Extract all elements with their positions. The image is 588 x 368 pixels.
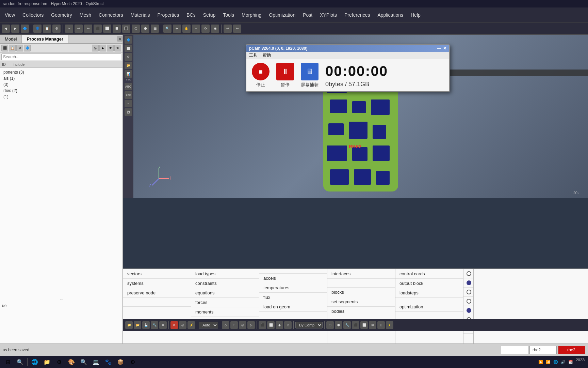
toolbar-icon-12[interactable]: 🔲 <box>113 25 121 33</box>
taskbar-paw-icon[interactable]: 🐾 <box>103 357 113 367</box>
panel-entry-5[interactable]: (1) <box>2 94 120 100</box>
bt-icon-18[interactable]: ⬢ <box>335 321 342 329</box>
panel-entry-1[interactable]: ponents (3) <box>2 69 120 75</box>
bt-icon-5[interactable]: ⚙ <box>159 321 167 329</box>
radio-1[interactable] <box>463 269 473 278</box>
strip-icon-6[interactable]: ABC <box>125 83 132 90</box>
opticam-menu-help[interactable]: 帮助 <box>263 52 271 58</box>
grid-cell-temperatures[interactable]: temperatures <box>259 283 327 293</box>
radio-dot-5[interactable] <box>467 308 471 313</box>
menu-tools[interactable]: Tools <box>219 11 238 19</box>
grid-cell-interfaces[interactable]: interfaces <box>327 269 395 279</box>
bt-icon-15[interactable]: ◆ <box>276 321 283 329</box>
taskbar-battery-icon[interactable]: 📅 <box>568 360 573 364</box>
radio-dot-3[interactable] <box>467 290 471 294</box>
bt-icon-22[interactable]: ⊞ <box>369 321 376 329</box>
menu-materials[interactable]: Materials <box>127 11 153 19</box>
toolbar-icon-11[interactable]: ⬜ <box>103 25 111 33</box>
opticam-minimize-btn[interactable]: — <box>437 46 441 51</box>
toolbar-icon-14[interactable]: ⬡ <box>132 25 140 33</box>
grid-cell-equations[interactable]: equations <box>191 288 259 298</box>
grid-cell-moments[interactable]: moments <box>191 307 259 317</box>
grid-cell-optimization[interactable]: optimization <box>395 302 463 312</box>
menu-optimization[interactable]: Optimization <box>265 11 299 19</box>
bt-icon-16[interactable]: ◇ <box>284 321 292 329</box>
radio-4[interactable] <box>463 297 473 306</box>
bt-icon-23[interactable]: ⊟ <box>377 321 385 329</box>
toolbar-icon-24[interactable]: ↪ <box>233 25 241 33</box>
taskbar-box-icon[interactable]: 📦 <box>115 357 126 367</box>
menu-help[interactable]: Help <box>407 11 424 19</box>
opticam-close-btn[interactable]: ✕ <box>443 46 446 51</box>
grid-cell-load-types[interactable]: load types <box>191 269 259 279</box>
toolbar-icon-15[interactable]: ⬢ <box>141 25 149 33</box>
search-input[interactable] <box>1 53 121 60</box>
bt-icon-17[interactable]: ⬡ <box>326 321 334 329</box>
tab-process-manager[interactable]: Process Manager <box>22 35 68 43</box>
strip-icon-9[interactable]: 🖼 <box>125 108 132 116</box>
taskbar-browser-icon[interactable]: 🌐 <box>30 357 40 367</box>
toolbar-icon-4[interactable]: 👤 <box>33 25 42 33</box>
menu-connectors[interactable]: Connectors <box>95 11 127 19</box>
drag-handle[interactable]: ··· <box>60 297 63 301</box>
panel-btn-1[interactable]: ⬛ <box>1 45 8 51</box>
toolbar-icon-21[interactable]: ⟳ <box>201 25 210 33</box>
taskbar-arrow-icon[interactable]: 🔼 <box>538 360 543 364</box>
strip-icon-2[interactable]: ⬜ <box>125 45 132 52</box>
screen-capture-button[interactable]: 屏幕捕获 <box>301 63 318 88</box>
grid-cell-accels[interactable]: accels <box>259 274 327 283</box>
taskbar-network2-icon[interactable]: 🌐 <box>553 360 558 364</box>
taskbar-search2-icon[interactable]: 🔍 <box>79 357 89 367</box>
grid-cell-set-segments[interactable]: set segments <box>327 297 395 307</box>
toolbar-icon-2[interactable]: ▶ <box>11 25 19 33</box>
toolbar-icon-6[interactable]: ⚙ <box>52 25 61 33</box>
panel-btn-4[interactable]: 🔷 <box>24 45 31 51</box>
menu-morphing[interactable]: Morphing <box>238 11 265 19</box>
radio-5[interactable] <box>463 306 473 315</box>
toolbar-icon-22[interactable]: ◉ <box>211 25 219 33</box>
strip-icon-7[interactable]: ABC <box>125 91 132 99</box>
bt-icon-4[interactable]: 🔧 <box>151 321 158 329</box>
taskbar-volume-icon[interactable]: 🔊 <box>561 360 566 364</box>
bt-icon-11[interactable]: ◎ <box>239 321 246 329</box>
taskbar-explorer-icon[interactable]: 📁 <box>42 357 52 367</box>
toolbar-icon-19[interactable]: ✋ <box>182 25 191 33</box>
tab-model[interactable]: Model <box>0 35 22 43</box>
grid-cell-systems[interactable]: systems <box>123 279 191 288</box>
toolbar-icon-5[interactable]: 📋 <box>43 25 51 33</box>
grid-cell-loadsteps[interactable]: loadsteps <box>395 288 463 298</box>
toolbar-icon-1[interactable]: ◀ <box>2 25 10 33</box>
toolbar-icon-10[interactable]: ⬛ <box>94 25 102 33</box>
menu-applications[interactable]: Applications <box>374 11 407 19</box>
bt-icon-9[interactable]: ◇ <box>222 321 229 329</box>
radio-dot-1[interactable] <box>467 271 471 276</box>
menu-properties[interactable]: Properties <box>154 11 182 19</box>
panel-view-btn-3[interactable]: 👁 <box>107 45 114 51</box>
menu-setup[interactable]: Setup <box>200 11 219 19</box>
taskbar-search-icon[interactable]: 🔍 <box>15 357 25 367</box>
grid-cell-blocks[interactable]: blocks <box>327 288 395 297</box>
by-comp-dropdown[interactable]: By Comp <box>295 322 323 328</box>
bt-icon-8[interactable]: ⚡ <box>187 321 195 329</box>
radio-dot-4[interactable] <box>467 299 471 304</box>
bt-icon-3[interactable]: 💾 <box>142 321 150 329</box>
strip-icon-8[interactable]: ≡ <box>125 100 132 107</box>
bt-icon-2[interactable]: 📂 <box>134 321 141 329</box>
menu-bcs[interactable]: BCs <box>183 11 199 19</box>
panel-btn-2[interactable]: 📋 <box>9 45 16 51</box>
pause-button[interactable]: 暂停 <box>276 63 294 88</box>
toolbar-icon-7[interactable]: ✂ <box>65 25 73 33</box>
grid-cell-output-block[interactable]: output block <box>395 279 463 288</box>
radio-dot-2[interactable] <box>467 280 471 285</box>
strip-icon-3[interactable]: ⚙ <box>125 53 132 61</box>
radio-3[interactable] <box>463 288 473 297</box>
menu-mesh[interactable]: Mesh <box>76 11 95 19</box>
auto-dropdown[interactable]: Auto <box>199 322 218 328</box>
toolbar-icon-9[interactable]: ↪ <box>84 25 92 33</box>
grid-cell-load-on-geom[interactable]: load on geom <box>259 302 327 312</box>
strip-icon-4[interactable]: 📂 <box>125 62 132 69</box>
bt-icon-21[interactable]: ⬜ <box>360 321 368 329</box>
taskbar-paint-icon[interactable]: 🎨 <box>66 357 77 367</box>
taskbar-pc-icon[interactable]: 💻 <box>91 357 101 367</box>
opticam-menu-tools[interactable]: 工具 <box>249 52 257 58</box>
